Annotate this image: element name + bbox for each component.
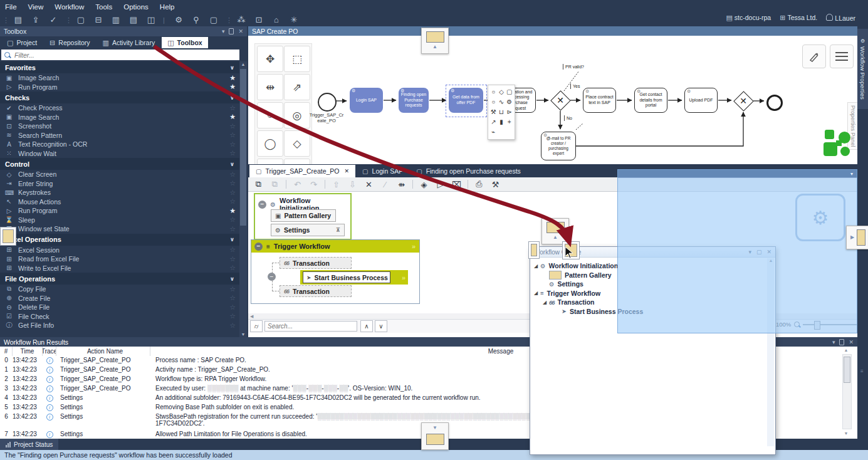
end-event[interactable] — [766, 95, 783, 111]
gateway-icon[interactable]: ◇ — [284, 130, 310, 157]
task-email-pr-creator[interactable]: ⚙@-mail to PR creator / purchasing exper… — [541, 132, 576, 160]
section-checks[interactable]: Checks∨ — [0, 91, 239, 103]
toolbox-item-search-pattern[interactable]: ≋Search Pattern — [0, 131, 239, 140]
panel-pin-icon[interactable] — [839, 339, 844, 345]
bpmn-canvas[interactable]: ✥ ⬚ ⇹ ⇗ ○ ◎ ◯ ◇ ▷ ▦ ▢ ≋ Trigger_SAP_Crea… — [248, 36, 857, 164]
favorite-star-icon[interactable] — [229, 312, 236, 320]
add-icon[interactable]: + — [505, 117, 513, 127]
favorite-star-icon[interactable] — [229, 122, 236, 130]
menu-options[interactable]: Options — [123, 3, 149, 11]
toolbox-item-read-excel[interactable]: ⊞Read from Excel File — [0, 254, 239, 264]
connect-tool-icon[interactable]: ⇗ — [284, 74, 310, 100]
tools-icon[interactable]: ⚒ — [490, 180, 501, 189]
favorite-star-icon[interactable] — [229, 83, 236, 91]
results-scrollbar[interactable]: ▲ ▼ — [842, 348, 850, 436]
external-link-icon[interactable]: ↗ — [489, 117, 498, 127]
toolbox-item-image-search[interactable]: ▣Image Search — [0, 113, 239, 122]
collapse-icon[interactable]: − — [268, 273, 276, 281]
menu-tools[interactable]: Tools — [95, 3, 112, 11]
toolbox-item-mouse-actions[interactable]: ↖Mouse Actions — [0, 197, 239, 207]
task-finding-open-purchase-requests[interactable]: ⚙Finding open Purchase requests — [399, 88, 429, 113]
breakpoint-icon[interactable]: ◈ — [419, 180, 429, 189]
toolbox-item-run-program[interactable]: ▷Run Program — [0, 206, 239, 216]
archive-icon[interactable]: ◫ — [145, 14, 157, 26]
scroll-down-icon[interactable]: ▼ — [239, 332, 247, 337]
copy-icon[interactable]: ⧉ — [253, 179, 264, 189]
favorite-star-icon[interactable] — [229, 179, 236, 187]
attachment-icon[interactable]: ⚲ — [191, 14, 202, 26]
gear-icon[interactable]: ⚙ — [173, 14, 184, 26]
favorite-star-icon[interactable] — [229, 104, 236, 112]
favorite-star-icon[interactable] — [229, 225, 236, 233]
section-file-operations[interactable]: File Operations∨ — [0, 273, 239, 285]
close-tab-icon[interactable]: ✕ — [345, 168, 350, 174]
toolbox-item-get-file-info[interactable]: ⓘGet File Info — [0, 321, 239, 330]
expander-icon[interactable]: ◢ — [543, 300, 549, 305]
dock-guide-top[interactable]: ▲ — [421, 28, 449, 54]
favorite-star-icon[interactable] — [229, 321, 236, 330]
expander-icon[interactable]: ◢ — [534, 290, 540, 296]
transaction-step[interactable]: 66Transaction — [280, 257, 352, 269]
panel-collapse-icon[interactable]: ▾ — [222, 28, 225, 34]
append-start-event-icon[interactable]: ○ — [489, 86, 498, 97]
menu-help[interactable]: Help — [160, 3, 175, 11]
open-repository-icon[interactable]: ⊟ — [93, 14, 104, 26]
delete-node-icon[interactable]: ⊔ — [498, 107, 506, 117]
end-event-icon[interactable]: ◯ — [257, 130, 283, 157]
task-login-sap[interactable]: ⚙Login SAP — [350, 88, 383, 113]
annotation-icon[interactable]: ∿ — [498, 97, 506, 107]
toolbox-item-copy-file[interactable]: ⧉Copy File — [0, 285, 239, 294]
move-down-icon[interactable]: ⇩ — [347, 180, 358, 189]
dock-guide-right[interactable]: ▶ — [846, 226, 868, 249]
process-tree-icon[interactable]: ⁂ — [236, 14, 247, 26]
remote-desktop-icon[interactable]: ⊡ — [253, 14, 264, 26]
move-up-icon[interactable]: ⇧ — [331, 180, 342, 189]
append-gateway-icon[interactable]: ◇ — [498, 86, 506, 97]
scroll-up-icon[interactable]: ▲ — [239, 62, 247, 66]
new-document-icon[interactable]: ▢ — [75, 14, 86, 26]
validate-icon[interactable]: ✓ — [48, 14, 59, 26]
task-place-contract-text[interactable]: ⚙Place contract text in SAP — [583, 88, 616, 113]
intermediate-event-icon[interactable]: ◎ — [284, 102, 310, 128]
save-icon[interactable]: ▤ — [13, 14, 24, 26]
panel-close-icon[interactable]: ✕ — [238, 28, 243, 34]
toolbox-item-enter-string[interactable]: ⇥Enter String — [0, 179, 239, 189]
start-business-process-step[interactable]: ➤Start Business Process » — [300, 270, 408, 285]
run-icon[interactable]: ▷ — [435, 180, 446, 189]
append-task-icon[interactable]: ▢ — [505, 86, 513, 97]
tab-project[interactable]: ▢Project — [1, 37, 43, 48]
favorite-star-icon[interactable] — [229, 264, 236, 272]
open-folder-icon[interactable]: ⊳ — [505, 107, 513, 117]
favorite-star-icon[interactable] — [229, 216, 236, 224]
task-upload-pdf[interactable]: ⚙Upload PDF — [684, 88, 718, 113]
scroll-down-icon[interactable]: ▼ — [842, 431, 850, 436]
delete-icon[interactable]: ✕ — [363, 180, 374, 189]
favorite-star-icon[interactable] — [229, 170, 236, 179]
trigger-workflow-header[interactable]: − ≡ Trigger Workflow » — [251, 240, 419, 253]
toolbox-item-delete-file[interactable]: ⊖Delete File — [0, 303, 239, 312]
pattern-gallery-button[interactable]: ▣Pattern Gallery — [271, 209, 336, 222]
toolbox-item-clear-screen[interactable]: ◇Clear Screen — [0, 170, 239, 179]
workflow-initialization-block[interactable]: −⚙Workflow Initialization ▣Pattern Galle… — [254, 193, 352, 240]
scrollbar-thumb[interactable] — [844, 357, 850, 383]
paste-icon[interactable]: ⧉ — [269, 179, 280, 189]
tab-activity-library[interactable]: ▥Activity Library — [97, 37, 161, 48]
filter-input[interactable] — [13, 51, 236, 60]
panel-close-icon[interactable]: ✕ — [849, 339, 854, 345]
settings-gears-icon[interactable]: ⚙ — [505, 97, 513, 107]
tab-trigger-sap-create-po[interactable]: ▢Trigger_SAP_Create_PO✕ — [249, 165, 355, 177]
menu-workflow[interactable]: Workflow — [55, 3, 84, 11]
document-icon[interactable]: ▢ — [208, 14, 219, 26]
space-tool-icon[interactable]: ⇹ — [257, 74, 283, 100]
cut-icon[interactable]: ∕ — [380, 180, 390, 189]
tab-repository[interactable]: ⊟Repository — [44, 37, 95, 48]
project-status-tab[interactable]: Project Status — [0, 439, 58, 450]
toolbox-item-run-program[interactable]: ▷Run Program — [0, 83, 239, 92]
favorite-star-icon[interactable] — [229, 255, 236, 263]
tab-toolbox[interactable]: ◫Toolbox — [162, 37, 207, 48]
editor-search-input[interactable] — [264, 321, 357, 332]
print-icon[interactable]: ⎙ — [474, 179, 484, 189]
task-get-data-from-offer-pdf[interactable]: ⚙Get data from offer PDF — [449, 88, 483, 113]
lightning-icon[interactable]: ⌁ — [489, 127, 498, 137]
dock-guide-bottom[interactable]: ▼ — [421, 422, 449, 450]
